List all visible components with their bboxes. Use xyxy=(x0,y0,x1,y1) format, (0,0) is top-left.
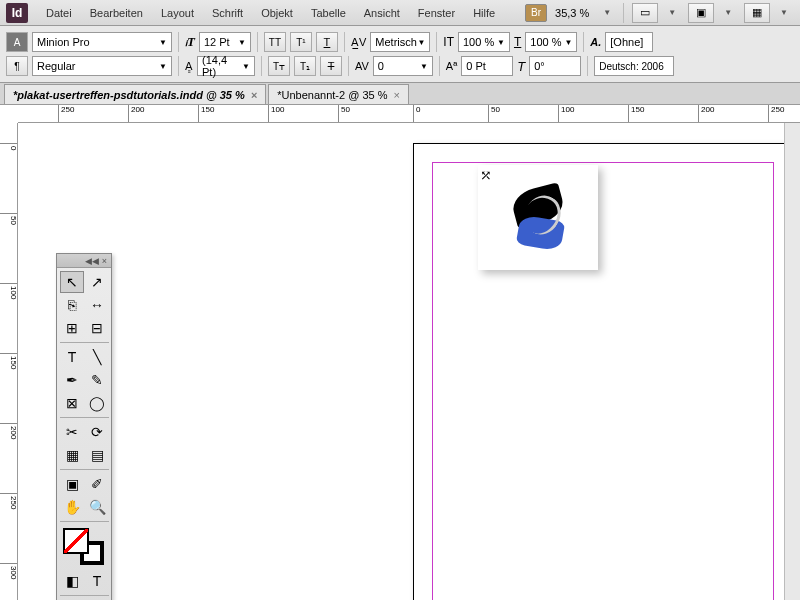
eyedropper-tool[interactable]: ✐ xyxy=(85,473,109,495)
kerning-select[interactable]: Metrisch▼ xyxy=(370,32,430,52)
tools-panel[interactable]: ◀◀ × ↖ ↗ ⎘ ↔ ⊞ ⊟ T ╲ ✒ ✎ ⊠ ◯ ✂ ⟳ ▦ ▤ xyxy=(56,253,112,600)
smallcaps-button[interactable]: Tᴛ xyxy=(268,56,290,76)
vscale-icon: IT xyxy=(443,35,454,49)
superscript-button[interactable]: T¹ xyxy=(290,32,312,52)
font-family-select[interactable]: Minion Pro▼ xyxy=(32,32,172,52)
chevron-down-icon[interactable]: ▼ xyxy=(718,8,738,17)
font-style-select[interactable]: Regular▼ xyxy=(32,56,172,76)
allcaps-button[interactable]: TT xyxy=(264,32,286,52)
baseline-select[interactable]: 0 Pt xyxy=(461,56,513,76)
menubar: Id Datei Bearbeiten Layout Schrift Objek… xyxy=(0,0,800,26)
page xyxy=(413,143,784,600)
vscale-select[interactable]: 100 %▼ xyxy=(458,32,510,52)
close-icon[interactable]: × xyxy=(251,89,257,101)
ruler-tick: 150 xyxy=(198,105,214,123)
control-panel: A Minion Pro▼ ᵢT 12 Pt▼ TT T¹ T A̲V Metr… xyxy=(0,26,800,83)
ruler-tick: 0 xyxy=(0,143,18,150)
tab-document-2[interactable]: *Unbenannt-2 @ 35 % × xyxy=(268,84,409,104)
ruler-tick: 300 xyxy=(0,563,18,579)
direct-selection-tool[interactable]: ↗ xyxy=(85,271,109,293)
font-size-select[interactable]: 12 Pt▼ xyxy=(199,32,251,52)
menu-layout[interactable]: Layout xyxy=(153,3,202,23)
document-tabs: *plakat-usertreffen-psdtutorials.indd @ … xyxy=(0,83,800,105)
divider xyxy=(261,56,262,76)
ruler-tick: 150 xyxy=(0,353,18,369)
arrange-button[interactable]: ▦ xyxy=(744,3,770,23)
strikethrough-button[interactable]: T xyxy=(320,56,342,76)
ellipse-tool[interactable]: ◯ xyxy=(85,392,109,414)
divider xyxy=(583,32,584,52)
menu-fenster[interactable]: Fenster xyxy=(410,3,463,23)
content-collector-tool[interactable]: ⊞ xyxy=(60,317,84,339)
skew-select[interactable]: 0° xyxy=(529,56,581,76)
screen-mode-button[interactable]: ▣ xyxy=(688,3,714,23)
character-mode-button[interactable]: A xyxy=(6,32,28,52)
charstyle-icon: A. xyxy=(590,36,601,48)
menu-schrift[interactable]: Schrift xyxy=(204,3,251,23)
canvas[interactable]: ⤱ ◀◀ × ↖ ↗ ⎘ ↔ ⊞ ⊟ T ╲ ✒ ✎ ⊠ ◯ ✂ ⟳ ▦ xyxy=(18,123,784,600)
chevron-down-icon[interactable]: ▼ xyxy=(662,8,682,17)
menu-tabelle[interactable]: Tabelle xyxy=(303,3,354,23)
selection-tool[interactable]: ↖ xyxy=(60,271,84,293)
zoom-level[interactable]: 35,3 % xyxy=(551,7,593,19)
ruler-tick: 0 xyxy=(413,105,420,123)
tab-document-1[interactable]: *plakat-usertreffen-psdtutorials.indd @ … xyxy=(4,84,266,104)
underline-button[interactable]: T xyxy=(316,32,338,52)
rectangle-frame-tool[interactable]: ⊠ xyxy=(60,392,84,414)
type-tool[interactable]: T xyxy=(60,346,84,368)
divider xyxy=(257,32,258,52)
divider xyxy=(623,3,624,23)
line-tool[interactable]: ╲ xyxy=(85,346,109,368)
panel-collapse-icon[interactable]: ◀◀ × xyxy=(57,254,111,268)
formatting-text-button[interactable]: T xyxy=(85,570,109,592)
tab-label: *Unbenannt-2 @ 35 % xyxy=(277,89,387,101)
kerning-icon: A̲V xyxy=(351,36,366,49)
ruler-tick: 50 xyxy=(0,213,18,225)
image-content xyxy=(503,183,573,253)
place-cursor-icon: ⤱ xyxy=(480,167,492,183)
content-placer-tool[interactable]: ⊟ xyxy=(85,317,109,339)
ruler-vertical[interactable]: 050100150200250300 xyxy=(0,123,18,600)
pencil-tool[interactable]: ✎ xyxy=(85,369,109,391)
menu-bearbeiten[interactable]: Bearbeiten xyxy=(82,3,151,23)
bridge-icon[interactable]: Br xyxy=(525,4,547,22)
gap-tool[interactable]: ↔ xyxy=(85,294,109,316)
ruler-horizontal[interactable]: 25020015010050050100150200250 xyxy=(18,105,800,123)
zoom-tool[interactable]: 🔍 xyxy=(85,496,109,518)
chevron-down-icon[interactable]: ▼ xyxy=(774,8,794,17)
hand-tool[interactable]: ✋ xyxy=(60,496,84,518)
ruler-tick: 100 xyxy=(0,283,18,299)
zoom-dropdown-icon[interactable]: ▼ xyxy=(597,8,617,17)
close-icon[interactable]: × xyxy=(393,89,399,101)
scissors-tool[interactable]: ✂ xyxy=(60,421,84,443)
free-transform-tool[interactable]: ⟳ xyxy=(85,421,109,443)
fill-stroke-proxy[interactable] xyxy=(64,529,104,565)
language-select[interactable]: Deutsch: 2006 xyxy=(594,56,674,76)
hscale-select[interactable]: 100 %▼ xyxy=(525,32,577,52)
page-tool[interactable]: ⎘ xyxy=(60,294,84,316)
menu-ansicht[interactable]: Ansicht xyxy=(356,3,408,23)
formatting-container-button[interactable]: ◧ xyxy=(60,570,84,592)
menu-hilfe[interactable]: Hilfe xyxy=(465,3,503,23)
ruler-tick: 50 xyxy=(338,105,350,123)
charstyle-select[interactable]: [Ohne] xyxy=(605,32,653,52)
menu-datei[interactable]: Datei xyxy=(38,3,80,23)
ruler-tick: 250 xyxy=(768,105,784,123)
view-options-button[interactable]: ▭ xyxy=(632,3,658,23)
fill-swatch[interactable] xyxy=(64,529,88,553)
tracking-select[interactable]: 0▼ xyxy=(373,56,433,76)
gradient-feather-tool[interactable]: ▤ xyxy=(85,444,109,466)
gradient-swatch-tool[interactable]: ▦ xyxy=(60,444,84,466)
pen-tool[interactable]: ✒ xyxy=(60,369,84,391)
menu-objekt[interactable]: Objekt xyxy=(253,3,301,23)
paragraph-mode-button[interactable]: ¶ xyxy=(6,56,28,76)
subscript-button[interactable]: T₁ xyxy=(294,56,316,76)
font-size-icon: ᵢT xyxy=(185,34,195,50)
ruler-tick: 100 xyxy=(558,105,574,123)
leading-select[interactable]: (14,4 Pt)▼ xyxy=(197,56,255,76)
divider xyxy=(436,32,437,52)
ruler-tick: 50 xyxy=(488,105,500,123)
note-tool[interactable]: ▣ xyxy=(60,473,84,495)
placed-image-frame[interactable] xyxy=(478,165,598,270)
scrollbar-vertical[interactable] xyxy=(784,123,800,600)
